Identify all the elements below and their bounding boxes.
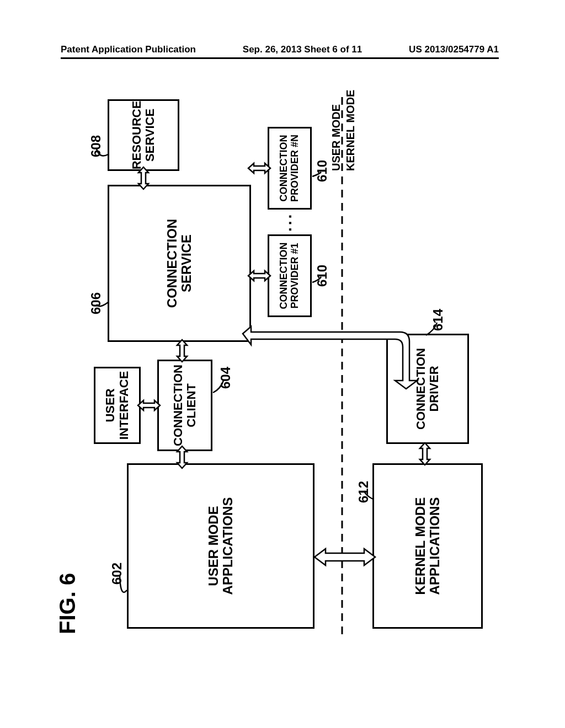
header-left: Patent Application Publication [61, 44, 196, 55]
leader-602 [120, 575, 127, 592]
diagram-viewport: FIG. 6 USER MODE APPLICATIONS USER INTER… [55, 88, 497, 640]
leader-614 [426, 323, 437, 335]
leader-610b [312, 172, 321, 176]
arrow-icon [138, 400, 160, 410]
diagram: FIG. 6 USER MODE APPLICATIONS USER INTER… [55, 88, 497, 640]
leader-612 [364, 491, 373, 499]
arrow-icon [177, 446, 187, 468]
arrow-icon [420, 443, 430, 465]
leader-608 [97, 149, 108, 156]
leader-604 [213, 381, 223, 393]
arrow-icon [248, 271, 270, 281]
arrow-icon [248, 163, 270, 173]
arrow-icon [177, 340, 187, 362]
header-center: Sep. 26, 2013 Sheet 6 of 11 [243, 44, 362, 55]
connectors-svg [55, 88, 497, 640]
arrow-icon [315, 549, 375, 565]
page-header: Patent Application Publication Sep. 26, … [0, 44, 565, 55]
leader-610a [312, 277, 321, 282]
arrow-icon [243, 326, 417, 389]
header-rule [61, 57, 499, 59]
page: Patent Application Publication Sep. 26, … [0, 0, 565, 728]
header-right: US 2013/0254779 A1 [409, 44, 499, 55]
arrow-icon [138, 167, 148, 189]
leader-606 [97, 302, 108, 306]
